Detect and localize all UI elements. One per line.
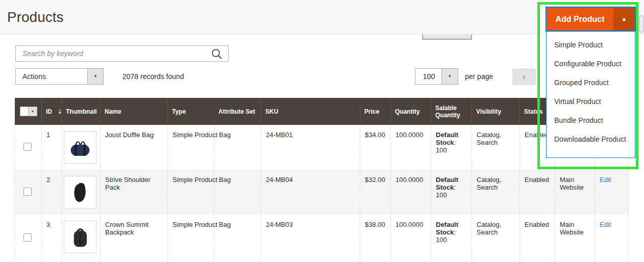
product-thumbnail <box>64 176 96 208</box>
menu-item-downloadable-product[interactable]: Downloadable Product <box>547 130 635 149</box>
page-title: Products <box>7 9 64 25</box>
cell-sku: 24-MB03 <box>261 215 360 262</box>
menu-item-simple-product[interactable]: Simple Product <box>547 36 635 55</box>
cell-name: Crown Summit Backpack <box>101 215 168 262</box>
chevron-down-icon: ▼ <box>93 74 97 78</box>
cell-price: $38.00 <box>360 215 391 262</box>
products-admin-page: Products Actions ▼ 2078 records found 10… <box>0 0 644 262</box>
previous-page-button[interactable]: ‹ <box>512 68 536 85</box>
page-size-value: 100 <box>415 72 442 81</box>
product-thumbnail <box>64 131 96 164</box>
cell-status: Enabled <box>520 215 555 262</box>
products-grid: ▼ ID↓ Thumbnail Name Type Attribute Set … <box>14 98 629 262</box>
column-header-visibility[interactable]: Visibility <box>472 98 520 125</box>
cell-type: Simple Product <box>168 170 214 215</box>
vertical-scrollbar-thumb[interactable] <box>639 15 643 33</box>
duffle-bag-image <box>66 133 94 162</box>
cell-attribute-set: Bag <box>214 215 261 262</box>
search-button[interactable] <box>211 48 223 60</box>
menu-item-grouped-product[interactable]: Grouped Product <box>547 73 635 92</box>
cell-status: Enabled <box>520 170 555 215</box>
cell-quantity: 100.0000 <box>391 170 431 215</box>
cell-attribute-set: Bag <box>214 125 261 170</box>
column-header-quantity[interactable]: Quantity <box>391 98 431 125</box>
menu-item-bundle-product[interactable]: Bundle Product <box>547 111 635 130</box>
cell-sku: 24-MB04 <box>261 170 360 215</box>
page-size-toggle[interactable]: ▼ <box>441 69 458 84</box>
column-header-name[interactable]: Name <box>101 98 168 125</box>
cell-quantity: 100.0000 <box>391 125 431 170</box>
cell-id: 3 <box>42 215 62 262</box>
cell-salable-quantity: Default Stock: 100 <box>431 215 472 262</box>
add-product-button[interactable]: Add Product <box>547 8 613 31</box>
edit-link[interactable]: Edit <box>600 221 611 228</box>
cell-quantity: 100.0000 <box>391 215 431 262</box>
chevron-down-icon: ▼ <box>448 74 452 78</box>
cell-websites: Main Website <box>555 170 595 215</box>
cell-name: Joust Duffle Bag <box>101 125 168 170</box>
backpack-image <box>66 223 94 251</box>
row-checkbox[interactable] <box>23 233 32 242</box>
cell-visibility: Catalog, Search <box>472 215 520 262</box>
cell-salable-quantity: Default Stock: 100 <box>431 170 472 215</box>
cell-price: $32.00 <box>360 170 391 215</box>
page-size-select[interactable]: 100 ▼ <box>415 68 458 85</box>
cell-id: 1 <box>42 125 62 170</box>
shoulder-pack-image <box>66 178 94 206</box>
grid-header-row: ▼ ID↓ Thumbnail Name Type Attribute Set … <box>15 98 629 125</box>
menu-item-virtual-product[interactable]: Virtual Product <box>547 92 635 111</box>
partially-hidden-toolbar-button[interactable] <box>422 35 472 40</box>
add-product-dropdown-menu: Simple Product Configurable Product Grou… <box>546 31 635 158</box>
row-checkbox[interactable] <box>23 143 32 151</box>
column-header-price[interactable]: Price <box>360 98 391 125</box>
cell-visibility: Catalog, Search <box>472 170 520 215</box>
add-product-split-button: Add Product ▲ <box>546 7 636 32</box>
cell-sku: 24-MB01 <box>261 125 360 170</box>
actions-dropdown-label: Actions <box>22 72 46 81</box>
column-header-sku[interactable]: SKU <box>261 98 360 125</box>
cell-salable-quantity: Default Stock: 100 <box>431 125 472 170</box>
keyword-search-box <box>15 45 229 62</box>
cell-price: $34.00 <box>360 125 391 170</box>
sort-descending-icon: ↓ <box>57 108 62 115</box>
column-header-id[interactable]: ID↓ <box>42 98 62 125</box>
edit-link[interactable]: Edit <box>600 176 611 184</box>
cell-websites: Main Website <box>555 215 595 262</box>
table-row: 1 Joust Duffle Bag Simple Product B <box>15 125 629 170</box>
table-row: 2 Strive Shoulder Pack Simple Product Ba… <box>15 170 629 215</box>
chevron-left-icon: ‹ <box>522 70 526 83</box>
records-found-text: 2078 records found <box>122 72 184 81</box>
cell-visibility: Catalog, Search <box>472 125 520 170</box>
row-checkbox[interactable] <box>23 188 32 196</box>
cell-attribute-set: Bag <box>214 170 261 215</box>
product-thumbnail <box>64 221 96 253</box>
cell-id: 2 <box>42 170 62 215</box>
chevron-up-icon: ▲ <box>622 16 627 22</box>
select-all-header: ▼ <box>15 98 42 125</box>
cell-type: Simple Product <box>168 215 214 262</box>
add-product-toggle-button[interactable]: ▲ <box>613 8 635 31</box>
column-header-thumbnail[interactable]: Thumbnail <box>62 98 101 125</box>
cell-type: Simple Product <box>168 125 214 170</box>
actions-dropdown-toggle[interactable]: ▼ <box>87 69 103 84</box>
search-input[interactable] <box>16 46 228 61</box>
select-all-checkbox[interactable] <box>20 107 29 116</box>
actions-dropdown[interactable]: Actions ▼ <box>15 68 104 85</box>
cell-name: Strive Shoulder Pack <box>101 170 168 215</box>
menu-item-configurable-product[interactable]: Configurable Product <box>547 55 635 73</box>
select-all-control[interactable]: ▼ <box>20 107 38 116</box>
table-row: 3 Crown Summit Backpack Simple Product B… <box>15 215 629 262</box>
column-header-type[interactable]: Type <box>168 98 214 125</box>
search-icon <box>211 48 223 60</box>
column-header-attribute-set[interactable]: Attribute Set <box>214 98 261 125</box>
chevron-down-icon: ▼ <box>31 110 34 113</box>
per-page-label: per page <box>465 72 493 81</box>
select-all-caret-toggle[interactable]: ▼ <box>29 107 37 116</box>
column-header-salable-quantity[interactable]: Salable Quantity <box>431 98 472 125</box>
